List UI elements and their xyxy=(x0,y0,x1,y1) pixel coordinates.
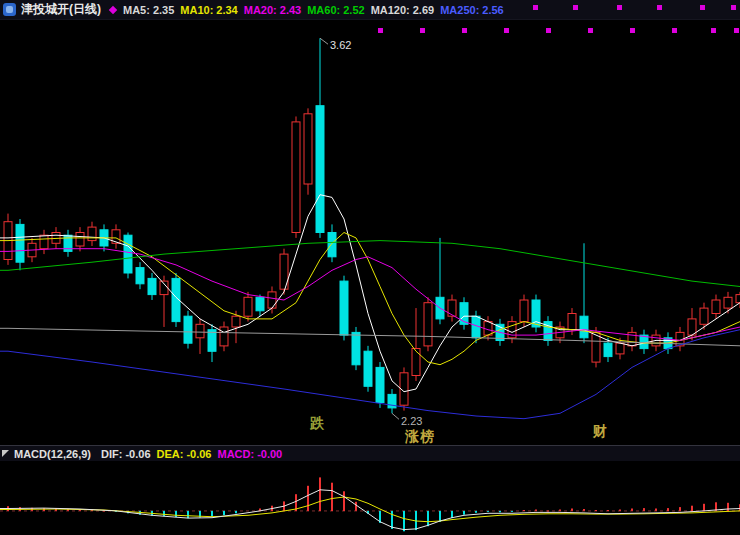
ma-legend-item-ma60: MA60:2.52 xyxy=(307,4,364,16)
candle-up xyxy=(88,227,96,241)
stock-title: 津投城开(日线) xyxy=(21,1,101,18)
candle-down xyxy=(580,316,588,338)
macd-hist-down xyxy=(463,511,465,515)
macd-header-bar: MACD(12,26,9) DIF:-0.06DEA:-0.06MACD:-0.… xyxy=(0,445,740,461)
candle-up xyxy=(724,297,732,308)
macd-hist-up xyxy=(679,507,681,511)
watermark-text[interactable]: 跌 xyxy=(310,415,325,433)
macd-hist-up xyxy=(727,503,729,511)
macd-hist-down xyxy=(511,511,513,512)
macd-legend-item-label: DEA: xyxy=(157,448,184,460)
candle-up xyxy=(412,349,420,376)
event-marker-icon xyxy=(734,28,739,33)
ma-legend-item-label: MA60: xyxy=(307,4,340,16)
app-icon[interactable] xyxy=(3,3,16,16)
ma-legend-item-value: 2.56 xyxy=(482,4,503,16)
macd-hist-down xyxy=(475,511,477,513)
candle-down xyxy=(604,343,612,357)
candle-down xyxy=(16,224,24,262)
macd-hist-up xyxy=(655,509,657,511)
event-marker-icon xyxy=(420,28,425,33)
candle-down xyxy=(316,106,324,233)
event-marker-icon xyxy=(630,28,635,33)
high-price-label: 3.62 xyxy=(330,39,351,51)
stock-chart-app: { "header": { "title": "津投城开(日线)", "ma_l… xyxy=(0,0,740,535)
event-marker-icon xyxy=(533,5,538,10)
candle-down xyxy=(352,332,360,364)
ma-legend-item-ma120: MA120:2.69 xyxy=(371,4,435,16)
ma-legend-item-label: MA120: xyxy=(371,4,410,16)
candle-up xyxy=(196,324,204,338)
macd-hist-up xyxy=(307,486,309,511)
macd-hist-up xyxy=(595,510,597,511)
ma-legend-item-value: 2.35 xyxy=(153,4,174,16)
watermark-text[interactable]: 涨榜 xyxy=(405,428,435,446)
macd-hist-up xyxy=(523,510,525,511)
signal-diamond-icon xyxy=(109,5,117,13)
candle-down xyxy=(148,278,156,294)
watermark-text[interactable]: 财 xyxy=(593,423,608,441)
macd-hist-down xyxy=(403,511,405,531)
candle-up xyxy=(232,316,240,327)
ma-line-ma20 xyxy=(0,249,740,341)
ma-legend-item-ma250: MA250:2.56 xyxy=(440,4,504,16)
candle-down xyxy=(184,316,192,343)
event-marker-icon xyxy=(504,28,509,33)
event-marker-icon xyxy=(731,5,736,10)
event-marker-icon xyxy=(462,28,467,33)
macd-hist-down xyxy=(391,511,393,529)
macd-hist-down xyxy=(439,511,441,522)
macd-legend-item-value: -0.00 xyxy=(257,448,282,460)
macd-hist-up xyxy=(331,483,333,511)
macd-legend-item-value: -0.06 xyxy=(125,448,150,460)
ma-legend-item-label: MA10: xyxy=(180,4,213,16)
macd-hist-up xyxy=(583,509,585,511)
dif-line xyxy=(0,490,740,530)
panel-expand-icon[interactable] xyxy=(2,450,9,457)
ma-legend-item-ma10: MA10:2.34 xyxy=(180,4,237,16)
candle-down xyxy=(136,268,144,284)
macd-hist-up xyxy=(535,510,537,511)
macd-legend-item-value: -0.06 xyxy=(186,448,211,460)
ma-legend-item-value: 2.43 xyxy=(280,4,301,16)
event-marker-icon xyxy=(700,5,705,10)
low-leader-line xyxy=(392,413,399,419)
candle-down xyxy=(376,367,384,402)
candle-down xyxy=(340,281,348,335)
high-leader-line xyxy=(320,38,328,44)
macd-hist-down xyxy=(187,511,189,518)
macd-hist-up xyxy=(643,508,645,511)
candle-up xyxy=(736,295,740,303)
low-price-label: 2.23 xyxy=(401,415,422,427)
chart-header-bar: 津投城开(日线) MA5:2.35MA10:2.34MA20:2.43MA60:… xyxy=(0,0,740,20)
macd-title: MACD(12,26,9) xyxy=(14,448,91,460)
candle-down xyxy=(328,233,336,257)
macd-hist-up xyxy=(607,510,609,511)
macd-legend-item-label: DIF: xyxy=(101,448,122,460)
event-marker-icon xyxy=(711,28,716,33)
candle-up xyxy=(700,308,708,324)
macd-hist-down xyxy=(235,511,237,513)
candle-up xyxy=(40,235,48,249)
event-marker-icon xyxy=(657,5,662,10)
candle-up xyxy=(616,343,624,354)
macd-hist-down xyxy=(451,511,453,518)
candle-up xyxy=(592,332,600,362)
candle-up xyxy=(304,114,312,184)
candle-up xyxy=(520,300,528,322)
macd-hist-up xyxy=(343,491,345,511)
event-marker-icon xyxy=(378,28,383,33)
candle-up xyxy=(220,327,228,346)
macd-legend-item-macd: MACD:-0.00 xyxy=(217,448,282,460)
candle-up xyxy=(268,292,276,308)
candle-down xyxy=(256,297,264,311)
macd-hist-down xyxy=(499,511,501,512)
candle-down xyxy=(208,330,216,352)
ma-legend-item-label: MA5: xyxy=(123,4,150,16)
dea-line xyxy=(0,497,740,522)
macd-hist-up xyxy=(667,508,669,511)
macd-hist-up xyxy=(559,510,561,511)
macd-hist-down xyxy=(163,511,165,516)
candle-up xyxy=(568,314,576,330)
ma-legend-item-label: MA20: xyxy=(244,4,277,16)
